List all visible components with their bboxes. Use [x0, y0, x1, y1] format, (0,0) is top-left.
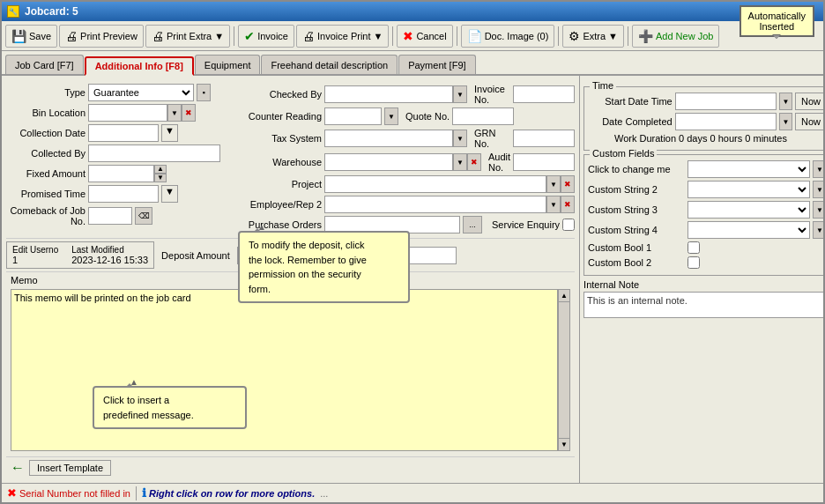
checked-by-dropdown-btn[interactable]: ▼	[453, 85, 467, 103]
custom-bool-2-checkbox[interactable]	[688, 256, 700, 269]
invoice-icon: ✔	[244, 29, 255, 43]
tax-system-dropdown-btn[interactable]: ▼	[453, 130, 467, 147]
comeback-row: Comeback of Job No. ⌫	[6, 205, 220, 226]
checked-by-input[interactable]: Alfred	[324, 85, 453, 103]
audit-no-input[interactable]	[513, 153, 575, 171]
bin-location-input[interactable]: [Select Bin L....	[88, 104, 167, 122]
edit-userno-value: 1	[12, 255, 58, 265]
tax-system-input[interactable]: South African VAT - ....	[324, 130, 453, 147]
custom-field-3-btn[interactable]: ▼	[813, 201, 823, 219]
save-button[interactable]: 💾 Save	[5, 25, 57, 48]
window-icon: 🔧	[7, 5, 19, 18]
invoice-no-input[interactable]	[513, 85, 575, 103]
counter-reading-row: Counter Reading 548 ▼ Quote No.	[225, 107, 575, 125]
employee-rep2-label: Employee/Rep 2	[225, 199, 322, 210]
extra-button[interactable]: ⚙ Extra ▼	[562, 25, 624, 48]
scroll-up-btn[interactable]: ▲	[559, 290, 569, 302]
tab-payment[interactable]: Payment [F9]	[398, 55, 475, 74]
separator-3	[457, 26, 457, 46]
project-clear-btn[interactable]: ✖	[561, 175, 575, 193]
quote-no-input[interactable]	[452, 107, 514, 125]
warehouse-dropdown-btn[interactable]: ▼	[453, 153, 467, 171]
comeback-input[interactable]	[88, 207, 132, 225]
tab-equipment[interactable]: Equipment	[195, 55, 261, 74]
start-date-time-dropdown-btn[interactable]: ▼	[779, 93, 792, 110]
custom-fields-group-box: Custom Fields Click to change me ▼ Custo…	[583, 154, 823, 276]
invoice-button[interactable]: ✔ Invoice	[238, 25, 294, 48]
custom-field-1-btn[interactable]: ▼	[813, 160, 823, 178]
custom-bool-2-label: Custom Bool 2	[588, 257, 685, 268]
custom-field-4-select[interactable]	[688, 221, 810, 239]
spinner-up[interactable]: ▲	[154, 165, 167, 174]
bin-location-label: Bin Location	[6, 107, 85, 118]
warehouse-clear-btn[interactable]: ✖	[467, 153, 481, 171]
extra-icon: ⚙	[569, 29, 580, 43]
fixed-amount-spinner[interactable]: ▲ ▼	[154, 165, 167, 182]
custom-field-2-label: Custom String 2	[588, 184, 685, 195]
service-enquiry-checkbox[interactable]	[562, 219, 575, 231]
comeback-label: Comeback of Job No.	[6, 205, 85, 226]
print-extra-icon: 🖨	[152, 29, 164, 43]
collected-by-input[interactable]: John	[88, 145, 220, 162]
print-preview-button[interactable]: 🖨 Print Preview	[59, 25, 144, 48]
project-dropdown-btn[interactable]: ▼	[546, 175, 561, 193]
scroll-down-btn[interactable]: ▼	[559, 438, 569, 450]
purchase-orders-browse-btn[interactable]: ...	[463, 216, 482, 233]
collection-date-picker-btn[interactable]: ▼	[161, 124, 178, 142]
employee-rep2-input[interactable]: [None ]	[324, 196, 546, 213]
custom-bool-2-row: Custom Bool 2	[588, 256, 823, 269]
memo-scrollbar[interactable]: ▲ ▼	[558, 289, 570, 451]
completed-now-button[interactable]: Now	[795, 113, 823, 130]
cancel-button[interactable]: ✖ Cancel	[397, 25, 452, 48]
start-now-button[interactable]: Now	[795, 93, 823, 110]
start-date-time-input[interactable]: 2023-12-16 15:23	[675, 93, 777, 110]
counter-reading-input[interactable]: 548	[324, 107, 382, 125]
warehouse-input[interactable]: Master Warehouse	[324, 153, 453, 171]
custom-bool-1-row: Custom Bool 1	[588, 241, 823, 254]
date-completed-label: Date Completed	[588, 116, 673, 127]
project-input[interactable]: [ Select Project ]	[324, 175, 546, 193]
date-completed-input[interactable]: 2023-12-16 15:23	[675, 113, 777, 130]
custom-field-3-select[interactable]	[688, 201, 810, 219]
type-extra-btn[interactable]: ▪	[197, 84, 211, 101]
custom-field-4-label: Custom String 4	[588, 225, 685, 235]
spinner-down[interactable]: ▼	[154, 174, 167, 182]
print-extra-button[interactable]: 🖨 Print Extra ▼	[145, 25, 230, 48]
doc-image-button[interactable]: 📄 Doc. Image (0)	[461, 25, 555, 48]
grn-no-input[interactable]	[513, 130, 575, 147]
tab-freehand[interactable]: Freehand detail description	[261, 55, 398, 74]
employee-rep2-clear-btn[interactable]: ✖	[561, 196, 575, 213]
tab-additional-info[interactable]: Additional Info [F8]	[85, 56, 194, 76]
invoice-print-button[interactable]: 🖨 Invoice Print ▼	[296, 25, 389, 48]
tab-job-card[interactable]: Job Card [F7]	[5, 55, 84, 74]
custom-field-1-select[interactable]	[688, 160, 810, 178]
error-text: Serial Number not filled in	[19, 488, 130, 499]
doc-image-icon: 📄	[467, 29, 482, 43]
add-new-job-button[interactable]: ➕ Add New Job	[632, 25, 719, 48]
collection-date-row: Collection Date 15/09/2023 ▼	[6, 124, 220, 142]
main-window: 🔧 Jobcard: 5 💾 Save 🖨 Print Preview 🖨 Pr…	[0, 0, 825, 504]
custom-field-2-select[interactable]	[688, 181, 810, 198]
deposit-tooltip: To modify the deposit, click the lock. R…	[238, 231, 410, 303]
insert-template-button[interactable]: Insert Template	[29, 460, 111, 476]
type-select[interactable]: Guarantee	[88, 84, 194, 101]
promised-time-picker-btn[interactable]: ▼	[161, 185, 178, 203]
checked-by-label: Checked By	[225, 89, 322, 100]
date-completed-dropdown-btn[interactable]: ▼	[779, 113, 792, 130]
custom-field-4-btn[interactable]: ▼	[813, 221, 823, 239]
custom-field-2-btn[interactable]: ▼	[813, 181, 823, 198]
edit-userno-label: Edit Userno	[12, 245, 58, 255]
custom-bool-1-checkbox[interactable]	[688, 241, 700, 254]
promised-time-input[interactable]: 25/09/2023	[88, 185, 159, 203]
bin-location-clear-btn[interactable]: ✖	[182, 104, 196, 122]
bin-location-dropdown-btn[interactable]: ▼	[167, 104, 182, 122]
deposit-tooltip-text: To modify the deposit, click the lock. R…	[249, 240, 367, 294]
collected-by-row: Collected By John	[6, 145, 220, 162]
counter-reading-dropdown-btn[interactable]: ▼	[384, 107, 398, 125]
comeback-backspace-btn[interactable]: ⌫	[135, 207, 152, 225]
serial-number-error: ✖ Serial Number not filled in	[7, 486, 130, 500]
employee-rep2-dropdown-btn[interactable]: ▼	[546, 196, 561, 213]
fixed-amount-input[interactable]: 0	[88, 165, 154, 182]
type-label: Type	[6, 87, 85, 98]
collection-date-input[interactable]: 15/09/2023	[88, 124, 159, 142]
